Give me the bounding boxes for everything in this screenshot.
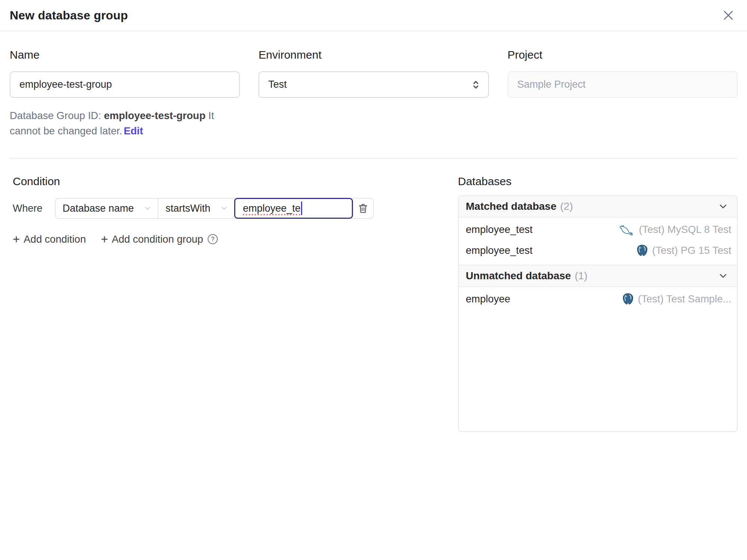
database-instance: (Test) MySQL 8 Test [619, 223, 731, 236]
database-name: employee_test [466, 245, 533, 256]
plus-icon: + [13, 233, 20, 245]
database-row[interactable]: employee_test (Test) PG 15 Test [459, 240, 737, 261]
database-instance: (Test) PG 15 Test [635, 244, 731, 257]
trash-icon [357, 203, 369, 214]
chevron-down-icon [143, 204, 152, 212]
project-input [508, 71, 738, 98]
collapse-chevron-icon [717, 201, 729, 212]
database-row[interactable]: employee (Test) Test Sample... [459, 289, 737, 309]
edit-link[interactable]: Edit [124, 125, 143, 137]
condition-factor-value: Database name [63, 203, 134, 214]
unmatched-database-rows: employee (Test) Test Sample... [459, 287, 737, 313]
database-name: employee_test [466, 224, 533, 236]
database-row[interactable]: employee_test (Test) MySQL 8 Test [459, 219, 737, 240]
name-input[interactable] [10, 71, 240, 98]
dialog-header: New database group [0, 0, 747, 31]
postgresql-icon [621, 292, 635, 306]
condition-value-input[interactable]: employee_te [234, 198, 353, 219]
close-button[interactable] [720, 7, 737, 24]
where-label: Where [13, 203, 43, 214]
matched-database-count: (2) [560, 200, 573, 212]
collapse-chevron-icon [717, 270, 729, 281]
name-label: Name [10, 49, 240, 61]
form-grid: Name Database Group ID: employee-test-gr… [10, 49, 738, 139]
help-icon[interactable]: ? [208, 234, 218, 244]
condition-expression-group: Database name startsWith [55, 198, 374, 219]
database-instance-label: (Test) PG 15 Test [652, 245, 731, 256]
condition-factor-select[interactable]: Database name [56, 199, 158, 218]
close-icon [722, 9, 735, 22]
unmatched-database-header[interactable]: Unmatched database(1) [459, 265, 737, 287]
plus-icon: + [101, 233, 108, 245]
group-id-note-prefix: Database Group ID: [10, 110, 104, 121]
group-id-value: employee-test-group [104, 110, 205, 121]
condition-value-text: employee_te [243, 203, 301, 214]
databases-panel: Matched database(2) employee_test [458, 195, 738, 432]
databases-panel-empty-space [459, 313, 737, 431]
condition-operator-value: startsWith [165, 203, 210, 214]
delete-condition-button[interactable] [353, 199, 373, 218]
unmatched-database-title: Unmatched database(1) [466, 270, 588, 282]
environment-field-group: Environment Test [258, 49, 489, 139]
databases-section: Databases Matched database(2) employee_t… [458, 175, 738, 432]
section-divider [10, 158, 738, 159]
condition-actions: + Add condition + Add condition group ? [13, 233, 458, 245]
matched-database-rows: employee_test (Test) MySQL 8 Test [459, 218, 737, 265]
matched-database-title: Matched database(2) [466, 200, 573, 212]
add-condition-group-label: Add condition group [112, 233, 203, 245]
environment-selected-value: Test [268, 79, 287, 90]
dialog-title: New database group [10, 9, 128, 22]
chevron-down-icon [220, 204, 228, 212]
database-instance-label: (Test) Test Sample... [638, 293, 731, 305]
mysql-icon [619, 223, 635, 236]
database-name: employee [466, 293, 510, 305]
add-condition-label: Add condition [24, 233, 86, 245]
name-field-group: Name Database Group ID: employee-test-gr… [10, 49, 240, 139]
database-instance-label: (Test) MySQL 8 Test [639, 224, 731, 236]
databases-heading: Databases [458, 175, 738, 188]
condition-operator-select[interactable]: startsWith [158, 199, 234, 218]
condition-heading: Condition [13, 175, 458, 188]
postgresql-icon [635, 244, 649, 257]
environment-label: Environment [258, 49, 489, 61]
text-caret [301, 202, 302, 215]
matched-database-header[interactable]: Matched database(2) [459, 196, 737, 218]
project-label: Project [508, 49, 738, 61]
select-stepper-icon [470, 79, 481, 90]
environment-select[interactable]: Test [258, 71, 489, 98]
unmatched-database-count: (1) [575, 270, 588, 281]
condition-section: Condition Where Database name sta [10, 175, 458, 245]
database-instance: (Test) Test Sample... [621, 292, 731, 306]
project-field-group: Project [508, 49, 738, 139]
add-condition-group-button[interactable]: + Add condition group ? [101, 233, 218, 245]
condition-row: Where Database name startsWith [13, 198, 458, 219]
group-id-note: Database Group ID: employee-test-group I… [10, 108, 240, 139]
add-condition-button[interactable]: + Add condition [13, 233, 86, 245]
